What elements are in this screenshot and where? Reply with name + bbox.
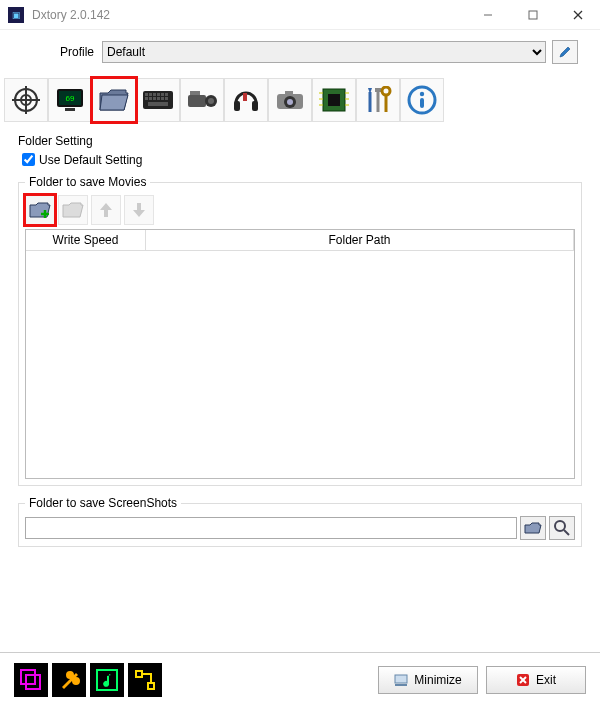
svg-rect-22 (157, 97, 160, 100)
status-settings-icon[interactable] (52, 663, 86, 697)
chip-icon (319, 85, 349, 115)
footer: Minimize Exit (0, 652, 600, 706)
tab-audio[interactable] (224, 78, 268, 122)
explore-screenshots-button[interactable] (549, 516, 575, 540)
route-icon (133, 668, 157, 692)
profile-row: Profile Default (0, 30, 600, 70)
svg-rect-17 (161, 93, 164, 96)
camcorder-icon (186, 89, 218, 111)
svg-rect-20 (149, 97, 152, 100)
open-folder-button[interactable] (58, 195, 88, 225)
col-folder-path[interactable]: Folder Path (146, 230, 574, 250)
svg-rect-34 (285, 91, 293, 95)
svg-rect-61 (148, 683, 154, 689)
folder-icon (98, 87, 130, 113)
screenshots-folder-group: Folder to save ScreenShots (18, 496, 582, 547)
arrow-up-icon (99, 202, 113, 218)
tab-monitor[interactable]: 69 (48, 78, 92, 122)
svg-rect-1 (529, 11, 537, 19)
tab-gpu[interactable] (312, 78, 356, 122)
movies-folder-legend: Folder to save Movies (25, 175, 150, 189)
window-title: Dxtory 2.0.142 (32, 8, 465, 22)
folder-setting-panel: Folder Setting Use Default Setting Folde… (0, 122, 600, 561)
svg-rect-29 (190, 91, 200, 95)
move-up-button[interactable] (91, 195, 121, 225)
svg-rect-15 (153, 93, 156, 96)
tab-target[interactable] (4, 78, 48, 122)
svg-rect-21 (153, 97, 156, 100)
pencil-icon (558, 45, 572, 59)
movies-folder-table[interactable]: Write Speed Folder Path (25, 229, 575, 479)
svg-rect-13 (145, 93, 148, 96)
exit-icon (516, 673, 530, 687)
exit-button[interactable]: Exit (486, 666, 586, 694)
folder-open-icon (62, 201, 84, 219)
screenshots-path-input[interactable] (25, 517, 517, 539)
svg-rect-52 (420, 98, 424, 108)
svg-rect-25 (148, 102, 168, 106)
monitor-icon: 69 (55, 87, 85, 113)
movies-toolbar (25, 195, 575, 225)
svg-rect-32 (243, 93, 247, 101)
svg-rect-19 (145, 97, 148, 100)
keyboard-icon (142, 90, 174, 110)
close-window-button[interactable] (555, 0, 600, 30)
svg-rect-11 (65, 108, 75, 111)
wrench-icon (58, 669, 80, 691)
status-audio-icon[interactable] (90, 663, 124, 697)
edit-profile-button[interactable] (552, 40, 578, 64)
svg-rect-60 (136, 671, 142, 677)
maximize-window-button[interactable] (510, 0, 555, 30)
minimize-window-button[interactable] (465, 0, 510, 30)
folder-open-icon (524, 521, 542, 535)
svg-rect-23 (161, 97, 164, 100)
svg-rect-26 (188, 95, 206, 107)
stack-icon (18, 667, 44, 693)
minimize-button[interactable]: Minimize (378, 666, 478, 694)
browse-screenshots-button[interactable] (520, 516, 546, 540)
move-down-button[interactable] (124, 195, 154, 225)
crosshair-icon (11, 85, 41, 115)
add-folder-button[interactable] (25, 195, 55, 225)
svg-point-55 (555, 521, 565, 531)
exit-label: Exit (536, 673, 556, 687)
screenshots-folder-legend: Folder to save ScreenShots (25, 496, 181, 510)
headphones-icon (231, 87, 261, 113)
col-write-speed[interactable]: Write Speed (26, 230, 146, 250)
tab-tools[interactable] (356, 78, 400, 122)
use-default-checkbox[interactable] (22, 153, 35, 166)
profile-label: Profile (22, 45, 102, 59)
profile-select[interactable]: Default (102, 41, 546, 63)
svg-point-28 (208, 98, 214, 104)
use-default-label: Use Default Setting (39, 153, 142, 167)
svg-rect-38 (328, 94, 340, 106)
minimize-label: Minimize (414, 673, 461, 687)
svg-rect-30 (234, 101, 240, 111)
tab-folder[interactable] (92, 78, 136, 122)
tab-video[interactable] (180, 78, 224, 122)
folder-setting-heading: Folder Setting (18, 134, 582, 148)
svg-line-56 (564, 530, 569, 535)
tab-camera[interactable] (268, 78, 312, 122)
tab-keyboard[interactable] (136, 78, 180, 122)
camera-icon (275, 89, 305, 111)
tools-icon (364, 86, 392, 114)
app-icon: ▣ (8, 7, 24, 23)
status-capture-icon[interactable] (14, 663, 48, 697)
svg-point-49 (382, 87, 390, 95)
svg-rect-62 (395, 675, 407, 683)
status-route-icon[interactable] (128, 663, 162, 697)
svg-point-36 (287, 99, 293, 105)
tab-info[interactable] (400, 78, 444, 122)
svg-rect-63 (395, 684, 407, 686)
titlebar: ▣ Dxtory 2.0.142 (0, 0, 600, 30)
svg-rect-14 (149, 93, 152, 96)
arrow-down-icon (132, 202, 146, 218)
svg-point-51 (420, 92, 424, 96)
info-icon (407, 85, 437, 115)
note-box-icon (95, 668, 119, 692)
svg-rect-57 (21, 670, 35, 684)
movies-folder-group: Folder to save Movies (18, 175, 582, 486)
svg-rect-16 (157, 93, 160, 96)
table-header: Write Speed Folder Path (26, 230, 574, 251)
